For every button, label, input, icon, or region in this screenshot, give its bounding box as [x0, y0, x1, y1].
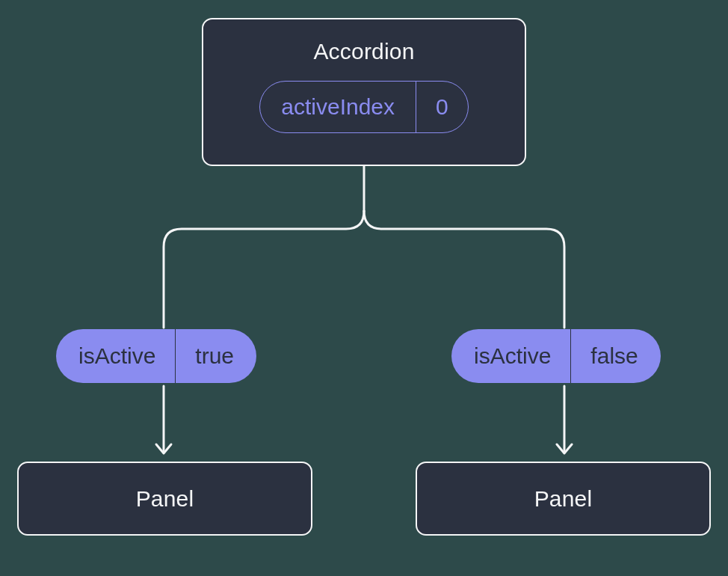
state-value: 0: [416, 82, 468, 132]
child-title: Panel: [534, 486, 593, 512]
prop-pill-left: isActive true: [56, 329, 256, 383]
prop-name: isActive: [56, 329, 176, 383]
state-name: activeIndex: [260, 82, 416, 132]
parent-title: Accordion: [313, 39, 414, 64]
parent-component-card: Accordion activeIndex 0: [202, 18, 526, 166]
prop-pill-right: isActive false: [451, 329, 661, 383]
component-tree-diagram: Accordion activeIndex 0 isActive true is…: [0, 0, 728, 576]
prop-value: false: [571, 329, 660, 383]
prop-value: true: [176, 329, 256, 383]
child-component-card-right: Panel: [416, 462, 711, 536]
child-component-card-left: Panel: [17, 462, 312, 536]
parent-state-pill: activeIndex 0: [259, 81, 468, 133]
child-title: Panel: [136, 486, 194, 512]
prop-name: isActive: [451, 329, 571, 383]
